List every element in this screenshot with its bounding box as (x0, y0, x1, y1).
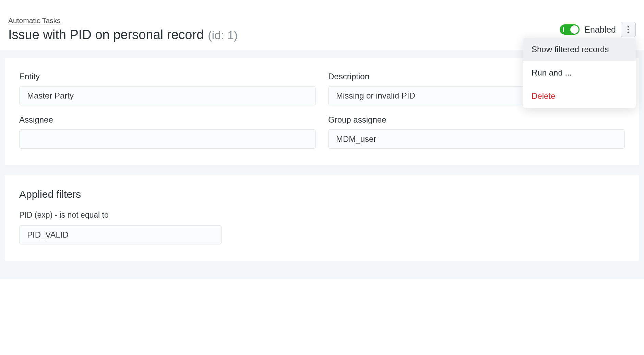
svg-point-1 (628, 29, 629, 31)
filter-value-input[interactable]: PID_VALID (19, 225, 222, 244)
svg-point-2 (628, 32, 629, 33)
page-header: Automatic Tasks Issue with PID on person… (0, 0, 644, 50)
entity-label: Entity (19, 72, 316, 81)
enabled-toggle[interactable] (560, 24, 580, 35)
breadcrumb-link[interactable]: Automatic Tasks (8, 16, 61, 25)
page-title: Issue with PID on personal record (8, 27, 204, 42)
applied-filters-card: Applied filters PID (exp) - is not equal… (5, 175, 639, 261)
filter-item: PID (exp) - is not equal to PID_VALID (19, 210, 625, 244)
more-actions-button[interactable] (621, 22, 636, 37)
applied-filters-title: Applied filters (19, 188, 625, 200)
group-assignee-field: Group assignee MDM_user (328, 115, 625, 149)
page-id-text: (id: 1) (208, 28, 238, 42)
group-assignee-label: Group assignee (328, 115, 625, 125)
svg-point-0 (628, 26, 629, 28)
menu-item-run-and[interactable]: Run and ... (523, 61, 636, 84)
assignee-field: Assignee (19, 115, 316, 149)
menu-item-delete[interactable]: Delete (523, 84, 636, 108)
entity-field: Entity Master Party (19, 72, 316, 105)
assignee-label: Assignee (19, 115, 316, 125)
group-assignee-input[interactable]: MDM_user (328, 129, 625, 149)
enabled-toggle-label: Enabled (584, 25, 616, 35)
more-actions-dropdown: Show filtered records Run and ... Delete (523, 38, 636, 108)
menu-item-show-filtered-records[interactable]: Show filtered records (523, 38, 636, 61)
assignee-input[interactable] (19, 129, 316, 149)
entity-input[interactable]: Master Party (19, 86, 316, 105)
more-vertical-icon (627, 26, 629, 33)
filter-condition-label: PID (exp) - is not equal to (19, 210, 625, 220)
